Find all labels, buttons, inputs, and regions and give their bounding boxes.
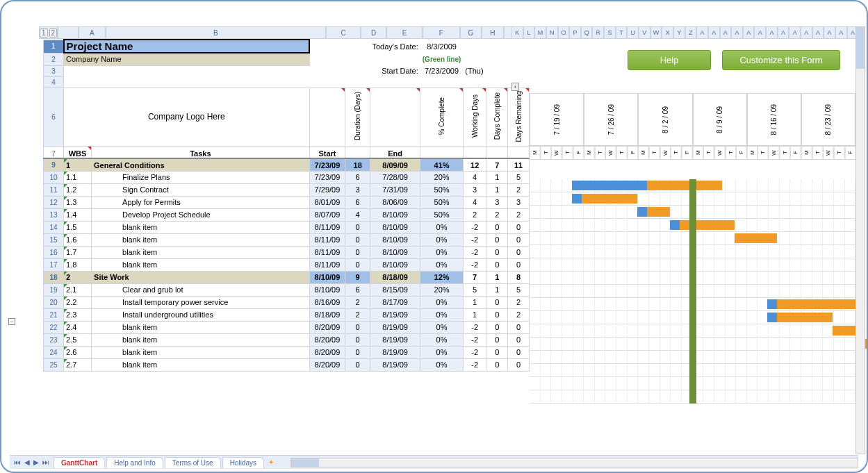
remaining-cell[interactable]: 5 (508, 283, 530, 296)
workdays-cell[interactable]: -2 (463, 358, 486, 371)
remaining-cell[interactable]: 8 (508, 271, 530, 283)
workdays-cell[interactable]: 1 (463, 296, 486, 308)
row-header[interactable]: 10 (44, 171, 64, 183)
duration-cell[interactable]: 9 (345, 271, 370, 283)
end-cell[interactable]: 8/09/09 (370, 158, 420, 171)
workdays-cell[interactable]: 4 (463, 196, 486, 208)
end-cell[interactable]: 8/06/09 (370, 196, 420, 208)
gantt-col-letter[interactable]: U (627, 26, 639, 39)
end-cell[interactable]: 8/19/09 (370, 321, 420, 333)
gantt-col-letter[interactable]: A (835, 26, 847, 39)
gantt-col-letter[interactable]: A (824, 26, 835, 39)
task-cell[interactable]: blank item (92, 333, 310, 346)
table-row[interactable]: 19 2.1 Clear and grub lot 8/10/09 6 8/15… (44, 283, 530, 296)
complete-cell[interactable]: 1 (486, 183, 508, 196)
remaining-cell[interactable]: 0 (508, 233, 530, 246)
remaining-cell[interactable]: 2 (508, 183, 530, 196)
col-header-H[interactable]: H (482, 26, 504, 39)
tab-last-icon[interactable]: ⏭ (41, 458, 51, 466)
help-button[interactable]: Help (628, 50, 711, 70)
duration-cell[interactable]: 3 (345, 183, 370, 196)
gantt-col-letter[interactable]: A (708, 26, 720, 39)
wbs-cell[interactable]: 2.4 (64, 321, 92, 333)
pct-cell[interactable]: 20% (420, 171, 464, 183)
task-cell[interactable]: Sign Contract (92, 183, 310, 196)
wbs-cell[interactable]: 1 (64, 158, 92, 171)
gantt-col-letter[interactable]: N (546, 26, 558, 39)
logo-placeholder[interactable]: Company Logo Here (64, 88, 310, 146)
wbs-cell[interactable]: 1.1 (64, 171, 92, 183)
gantt-col-letter[interactable]: O (558, 26, 570, 39)
duration-cell[interactable]: 2 (345, 296, 370, 308)
complete-cell[interactable]: 0 (486, 258, 508, 271)
workdays-cell[interactable]: 5 (463, 283, 486, 296)
start-cell[interactable]: 7/23/09 (309, 171, 345, 183)
workdays-cell[interactable]: 12 (463, 158, 486, 171)
task-cell[interactable]: Finalize Plans (92, 171, 310, 183)
remaining-cell[interactable]: 2 (508, 308, 530, 321)
gantt-col-letter[interactable]: W (650, 26, 662, 39)
wbs-cell[interactable]: 2.3 (64, 308, 92, 321)
col-header-B[interactable]: B (106, 26, 326, 39)
task-cell[interactable]: Site Work (92, 271, 310, 283)
worksheet-grid[interactable]: 1 Project Name Today's Date: 8/3/2009 2 … (43, 39, 530, 454)
project-name-cell[interactable]: Project Name (64, 40, 310, 53)
table-row[interactable]: 23 2.5 blank item 8/20/09 0 8/19/09 0% -… (44, 333, 530, 346)
col-header-E[interactable]: E (386, 26, 423, 39)
end-cell[interactable]: 8/10/09 (370, 246, 420, 258)
table-row[interactable]: 21 2.3 Install underground utilities 8/1… (44, 308, 530, 321)
gantt-col-letter[interactable]: A (812, 26, 824, 39)
duration-cell[interactable]: 0 (345, 333, 370, 346)
wbs-cell[interactable]: 2.5 (64, 333, 92, 346)
complete-cell[interactable]: 0 (486, 346, 508, 358)
gantt-col-letter[interactable]: A (754, 26, 766, 39)
pct-cell[interactable]: 0% (420, 258, 464, 271)
wbs-cell[interactable]: 1.8 (64, 258, 92, 271)
remaining-cell[interactable]: 5 (508, 171, 530, 183)
start-cell[interactable]: 8/07/09 (309, 208, 345, 221)
duration-cell[interactable]: 6 (345, 171, 370, 183)
gantt-col-letter[interactable]: M (534, 26, 546, 39)
tab-help[interactable]: Help and Info (106, 457, 163, 468)
complete-cell[interactable]: 0 (486, 308, 508, 321)
table-row[interactable]: 9 1 General Conditions 7/23/09 18 8/09/0… (44, 158, 530, 171)
row-header[interactable]: 12 (44, 196, 64, 208)
remaining-cell[interactable]: 0 (508, 246, 530, 258)
table-row[interactable]: 11 1.2 Sign Contract 7/29/09 3 7/31/09 5… (44, 183, 530, 196)
complete-cell[interactable]: 0 (486, 233, 508, 246)
outline-group-buttons[interactable]: 12 (39, 26, 58, 39)
task-cell[interactable]: Clear and grub lot (92, 283, 310, 296)
pct-cell[interactable]: 0% (420, 221, 464, 233)
end-cell[interactable]: 8/19/09 (370, 308, 420, 321)
duration-cell[interactable]: 4 (345, 208, 370, 221)
pct-cell[interactable]: 0% (420, 296, 464, 308)
workdays-cell[interactable]: -2 (463, 258, 486, 271)
pct-cell[interactable]: 0% (420, 321, 464, 333)
row-header[interactable]: 24 (44, 346, 64, 358)
start-cell[interactable]: 8/10/09 (309, 271, 345, 283)
gantt-col-letter[interactable]: A (778, 26, 789, 39)
workdays-cell[interactable]: -2 (463, 321, 486, 333)
wbs-cell[interactable]: 1.3 (64, 196, 92, 208)
task-cell[interactable]: Apply for Permits (92, 196, 310, 208)
start-cell[interactable]: 8/11/09 (309, 233, 345, 246)
table-row[interactable]: 10 1.1 Finalize Plans 7/23/09 6 7/28/09 … (44, 171, 530, 183)
pct-cell[interactable]: 50% (420, 183, 464, 196)
workdays-cell[interactable]: 7 (463, 271, 486, 283)
remaining-cell[interactable]: 3 (508, 196, 530, 208)
wbs-cell[interactable]: 2.1 (64, 283, 92, 296)
complete-cell[interactable]: 1 (486, 171, 508, 183)
vertical-scrollbar[interactable] (855, 26, 865, 454)
task-cell[interactable]: blank item (92, 258, 310, 271)
company-name-cell[interactable]: Company Name (64, 53, 310, 65)
end-cell[interactable]: 7/28/09 (370, 171, 420, 183)
wbs-cell[interactable]: 2.2 (64, 296, 92, 308)
end-cell[interactable]: 8/19/09 (370, 358, 420, 371)
gantt-col-letter[interactable]: V (639, 26, 650, 39)
pct-cell[interactable]: 0% (420, 358, 464, 371)
end-cell[interactable]: 8/15/09 (370, 283, 420, 296)
gantt-col-letter[interactable]: A (731, 26, 743, 39)
complete-cell[interactable]: 3 (486, 196, 508, 208)
complete-cell[interactable]: 1 (486, 283, 508, 296)
tab-holidays[interactable]: Holidays (222, 457, 264, 468)
